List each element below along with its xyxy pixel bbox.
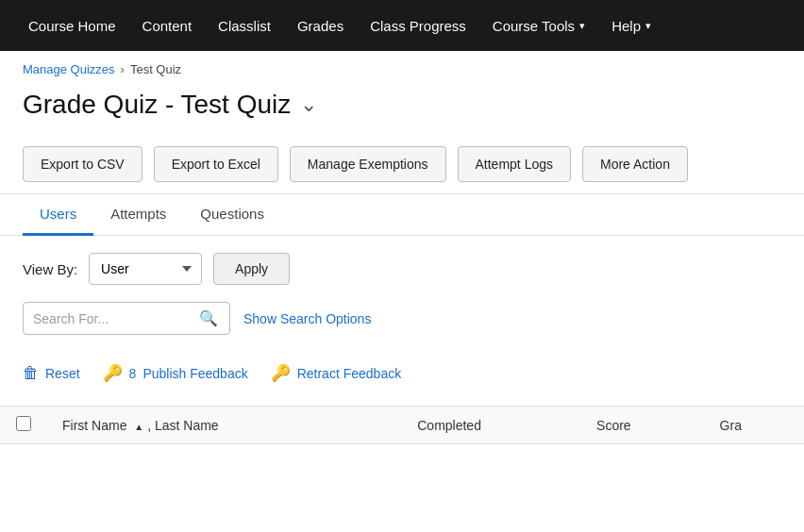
title-dropdown-icon[interactable]: ⌄ — [300, 92, 317, 117]
reset-icon: 🗑 — [23, 364, 39, 383]
breadcrumb-parent-link[interactable]: Manage Quizzes — [23, 62, 115, 76]
nav-item-course-tools[interactable]: Course Tools ▾ — [479, 0, 598, 51]
select-all-checkbox[interactable] — [16, 416, 31, 431]
reset-button[interactable]: 🗑 Reset — [23, 358, 80, 389]
more-action-button[interactable]: More Action — [582, 146, 688, 182]
tab-questions[interactable]: Questions — [183, 194, 281, 236]
page-title-row: Grade Quiz - Test Quiz ⌄ — [0, 82, 804, 135]
publish-feedback-button[interactable]: 🔑 8 Publish Feedback — [103, 357, 248, 389]
view-by-label: View By: — [23, 261, 77, 277]
table-header-score: Score — [581, 407, 705, 444]
attempt-logs-button[interactable]: Attempt Logs — [458, 146, 572, 182]
table-header-completed: Completed — [402, 407, 581, 444]
breadcrumb-current: Test Quiz — [130, 62, 181, 76]
search-row: 🔍 Show Search Options — [0, 294, 804, 350]
table-header-row: First Name ▲ , Last Name Completed Score… — [0, 407, 804, 444]
nav-item-help[interactable]: Help ▾ — [598, 0, 664, 51]
tabs-row: Users Attempts Questions — [0, 194, 804, 236]
nav-item-course-home[interactable]: Course Home — [15, 0, 129, 51]
search-icon: 🔍 — [199, 310, 218, 326]
table-header-checkbox-col — [0, 407, 47, 444]
last-name-label: , Last Name — [147, 418, 218, 433]
sort-ascending-icon: ▲ — [134, 422, 143, 432]
search-icon-button[interactable]: 🔍 — [197, 309, 220, 327]
publish-feedback-label: Publish Feedback — [142, 366, 247, 381]
page-title: Grade Quiz - Test Quiz — [23, 90, 291, 120]
nav-item-content[interactable]: Content — [129, 0, 206, 51]
action-buttons-row: Export to CSV Export to Excel Manage Exe… — [0, 135, 804, 194]
table-header-grade: Gra — [705, 407, 804, 444]
first-name-label: First Name — [62, 418, 126, 433]
breadcrumb-separator: › — [121, 62, 125, 76]
export-excel-button[interactable]: Export to Excel — [154, 146, 278, 182]
manage-exemptions-button[interactable]: Manage Exemptions — [290, 146, 446, 182]
data-table: First Name ▲ , Last Name Completed Score… — [0, 406, 804, 444]
search-input[interactable] — [33, 311, 197, 326]
export-csv-button[interactable]: Export to CSV — [23, 146, 142, 182]
help-chevron-icon: ▾ — [645, 20, 651, 32]
table-header-name[interactable]: First Name ▲ , Last Name — [47, 407, 402, 444]
publish-feedback-icon: 🔑 — [103, 363, 123, 383]
show-search-options-link[interactable]: Show Search Options — [243, 311, 371, 326]
tab-attempts[interactable]: Attempts — [93, 194, 183, 236]
apply-button[interactable]: Apply — [213, 253, 290, 285]
search-box: 🔍 — [23, 302, 230, 335]
publish-feedback-count: 8 — [129, 366, 137, 381]
retract-feedback-button[interactable]: 🔑 Retract Feedback — [271, 357, 402, 389]
view-by-select[interactable]: User Group Section — [89, 253, 202, 285]
view-by-row: View By: User Group Section Apply — [0, 236, 804, 294]
breadcrumb: Manage Quizzes › Test Quiz — [0, 51, 804, 82]
nav-item-class-progress[interactable]: Class Progress — [357, 0, 479, 51]
nav-item-classlist[interactable]: Classlist — [205, 0, 284, 51]
retract-feedback-icon: 🔑 — [271, 363, 291, 383]
retract-feedback-label: Retract Feedback — [297, 366, 402, 381]
top-nav: Course Home Content Classlist Grades Cla… — [0, 0, 804, 51]
feedback-actions-row: 🗑 Reset 🔑 8 Publish Feedback 🔑 Retract F… — [0, 350, 804, 402]
nav-item-grades[interactable]: Grades — [284, 0, 357, 51]
reset-label: Reset — [45, 366, 80, 381]
tab-users[interactable]: Users — [23, 194, 93, 236]
course-tools-chevron-icon: ▾ — [579, 20, 585, 32]
